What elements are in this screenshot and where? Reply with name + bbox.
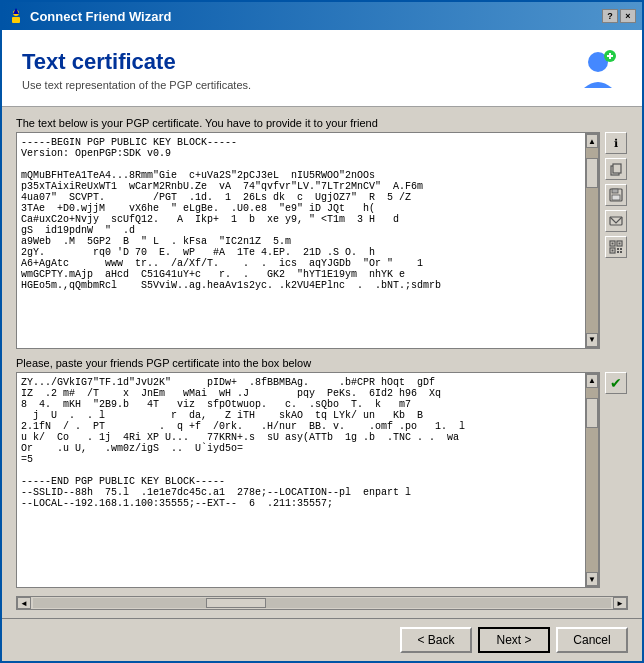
svg-rect-11 (612, 195, 620, 200)
section2-side-icons: ✔ (604, 372, 628, 589)
titlebar-title: Connect Friend Wizard (30, 9, 602, 24)
section1-scroll-down[interactable]: ▼ (586, 333, 598, 347)
certificate-textarea[interactable] (17, 133, 585, 348)
page-title: Text certificate (22, 49, 251, 75)
section2-vscroll[interactable]: ▲ ▼ (585, 373, 599, 588)
content-panes: The text below is your PGP certificate. … (16, 117, 628, 588)
section1-vscroll[interactable]: ▲ ▼ (585, 133, 599, 348)
hscroll-left-btn[interactable]: ◄ (17, 597, 31, 609)
section1-label: The text below is your PGP certificate. … (16, 117, 628, 129)
section2-textarea-container: ▲ ▼ (16, 372, 600, 589)
friend-certificate-section: Please, paste your friends PGP certifica… (16, 357, 628, 589)
section1-scroll-track (586, 148, 598, 333)
section2-scroll-track (586, 388, 598, 573)
section1-scroll-up[interactable]: ▲ (586, 134, 598, 148)
svg-rect-20 (620, 248, 622, 250)
page-subtitle: Use text representation of the PGP certi… (22, 79, 251, 91)
svg-rect-22 (620, 251, 622, 253)
section2-scroll-thumb[interactable] (586, 398, 598, 428)
hscroll-track (33, 598, 611, 608)
validate-button[interactable]: ✔ (605, 372, 627, 394)
svg-rect-18 (612, 250, 614, 252)
titlebar-buttons: ? × (602, 9, 636, 23)
wizard-body: The text below is your PGP certificate. … (2, 107, 642, 618)
svg-rect-21 (617, 251, 619, 253)
titlebar: Connect Friend Wizard ? × (2, 2, 642, 30)
section1-side-icons: ℹ (604, 132, 628, 349)
svg-rect-16 (612, 243, 614, 245)
friend-certificate-textarea[interactable] (17, 373, 585, 588)
close-button[interactable]: × (620, 9, 636, 23)
header-text: Text certificate Use text representation… (22, 49, 251, 91)
help-button[interactable]: ? (602, 9, 618, 23)
wizard-window: Connect Friend Wizard ? × Text certifica… (0, 0, 644, 663)
camera-button[interactable] (605, 236, 627, 258)
section1-scroll-thumb[interactable] (586, 158, 598, 188)
back-button[interactable]: < Back (400, 627, 472, 653)
save-button[interactable] (605, 184, 627, 206)
next-button[interactable]: Next > (478, 627, 550, 653)
svg-rect-8 (613, 164, 621, 173)
svg-rect-1 (12, 17, 20, 23)
svg-rect-10 (612, 189, 618, 193)
svg-rect-17 (619, 243, 621, 245)
section2-scroll-down[interactable]: ▼ (586, 572, 598, 586)
section1-textarea-container: ▲ ▼ (16, 132, 600, 349)
horizontal-scrollbar[interactable]: ◄ ► (16, 596, 628, 610)
email-button[interactable] (605, 210, 627, 232)
section2-scroll-up[interactable]: ▲ (586, 374, 598, 388)
cancel-button[interactable]: Cancel (556, 627, 628, 653)
wizard-footer: < Back Next > Cancel (2, 618, 642, 661)
copy-button[interactable] (605, 158, 627, 180)
titlebar-icon (8, 8, 24, 24)
certificate-section: The text below is your PGP certificate. … (16, 117, 628, 349)
header-icon (574, 46, 622, 94)
svg-rect-19 (617, 248, 619, 250)
info-button[interactable]: ℹ (605, 132, 627, 154)
wizard-header: Text certificate Use text representation… (2, 30, 642, 107)
hscroll-right-btn[interactable]: ► (613, 597, 627, 609)
hscroll-thumb[interactable] (206, 598, 266, 608)
section2-label: Please, paste your friends PGP certifica… (16, 357, 628, 369)
